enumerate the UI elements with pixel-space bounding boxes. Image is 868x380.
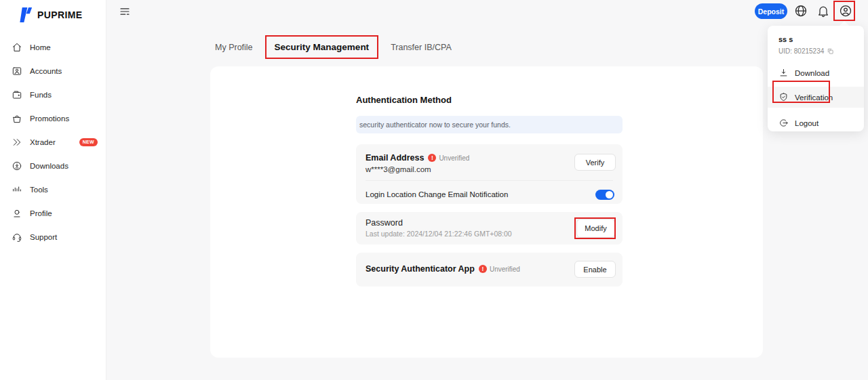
headset-icon — [12, 232, 22, 242]
authenticator-status-badge: ! Unverified — [479, 265, 520, 273]
download-icon — [778, 68, 789, 78]
login-notification-label: Login Location Change Email Notification — [366, 190, 508, 198]
tab-security-management[interactable]: Security Management — [265, 35, 379, 59]
email-card: Email Address ! Unverified w****3@gmail.… — [356, 144, 623, 204]
email-status-badge: ! Unverified — [428, 154, 469, 162]
sidebar-item-profile[interactable]: Profile — [0, 201, 106, 225]
sidebar: PUPRIME Home Accounts Funds Promotions X… — [0, 0, 106, 380]
new-badge: NEW — [79, 138, 98, 146]
sidebar-item-label: Downloads — [30, 162, 68, 170]
tab-my-profile[interactable]: My Profile — [215, 37, 253, 58]
home-icon — [12, 42, 22, 53]
sidebar-item-funds[interactable]: Funds — [0, 83, 106, 106]
sidebar-item-tools[interactable]: Tools — [0, 177, 106, 201]
user-uid: UID: 80215234 — [778, 47, 834, 55]
unverified-icon: ! — [428, 154, 436, 162]
user-name: ss s — [778, 35, 793, 43]
sidebar-item-promotions[interactable]: Promotions — [0, 106, 106, 130]
sidebar-item-label: Xtrader — [30, 138, 56, 146]
menu-item-verification[interactable]: Verification — [768, 87, 864, 108]
login-notification-toggle[interactable] — [595, 190, 614, 200]
cloud-download-icon — [12, 161, 22, 171]
brand-logo[interactable]: PUPRIME — [0, 0, 106, 30]
globe-icon[interactable] — [794, 4, 808, 18]
sidebar-item-xtrader[interactable]: Xtrader NEW — [0, 130, 106, 154]
user-dropdown: ss s UID: 80215234 Download Verification… — [768, 26, 864, 131]
sidebar-item-support[interactable]: Support — [0, 225, 106, 249]
wallet-icon — [12, 89, 22, 100]
sidebar-item-label: Accounts — [30, 67, 62, 75]
sidebar-item-label: Home — [30, 43, 51, 51]
authenticator-title: Security Authenticator App — [366, 264, 475, 274]
person-icon — [12, 208, 22, 219]
accounts-icon — [12, 66, 22, 77]
modify-button[interactable]: Modify — [576, 219, 615, 238]
verify-button[interactable]: Verify — [574, 154, 616, 171]
deposit-button[interactable]: Deposit — [755, 3, 787, 19]
sidebar-item-label: Support — [30, 233, 57, 241]
main-panel: Authentication Method security authentic… — [210, 66, 763, 358]
menu-item-logout[interactable]: Logout — [768, 112, 864, 133]
security-banner: security authenticator now to secure you… — [356, 116, 623, 133]
toggle-knob — [606, 191, 613, 198]
shield-check-icon — [778, 92, 789, 102]
banner-text: security authenticator now to secure you… — [356, 121, 511, 129]
gift-basket-icon — [12, 113, 22, 124]
sidebar-item-accounts[interactable]: Accounts — [0, 59, 106, 83]
bars-chart-icon — [12, 184, 22, 195]
email-title: Email Address — [366, 153, 424, 163]
brand-logo-icon — [18, 7, 33, 23]
copy-icon[interactable] — [827, 47, 834, 55]
sidebar-nav: Home Accounts Funds Promotions Xtrader N… — [0, 35, 106, 249]
sidebar-item-label: Tools — [30, 186, 48, 194]
sidebar-item-label: Funds — [30, 91, 52, 99]
menu-toggle-icon[interactable] — [118, 5, 132, 18]
enable-button[interactable]: Enable — [574, 261, 616, 278]
menu-item-download[interactable]: Download — [768, 62, 864, 83]
brand-name: PUPRIME — [37, 9, 83, 20]
sidebar-item-downloads[interactable]: Downloads — [0, 154, 106, 177]
authenticator-card: Security Authenticator App ! Unverified … — [356, 253, 623, 287]
double-chevron-icon — [12, 137, 22, 148]
unverified-icon: ! — [479, 265, 487, 273]
app: PUPRIME Home Accounts Funds Promotions X… — [0, 0, 868, 380]
password-card: Password Last update: 2024/12/04 21:22:4… — [356, 212, 623, 245]
divider — [366, 180, 613, 181]
sidebar-item-label: Promotions — [30, 114, 69, 123]
profile-tabs: My Profile Security Management Transfer … — [215, 35, 452, 59]
bell-icon[interactable] — [816, 4, 830, 18]
user-avatar-icon[interactable] — [839, 4, 852, 18]
page-title: Authentication Method — [356, 95, 452, 105]
sidebar-item-label: Profile — [30, 209, 52, 217]
logout-icon — [778, 118, 789, 128]
tab-transfer-ib-cpa[interactable]: Transfer IB/CPA — [391, 37, 452, 58]
sidebar-item-home[interactable]: Home — [0, 35, 106, 59]
